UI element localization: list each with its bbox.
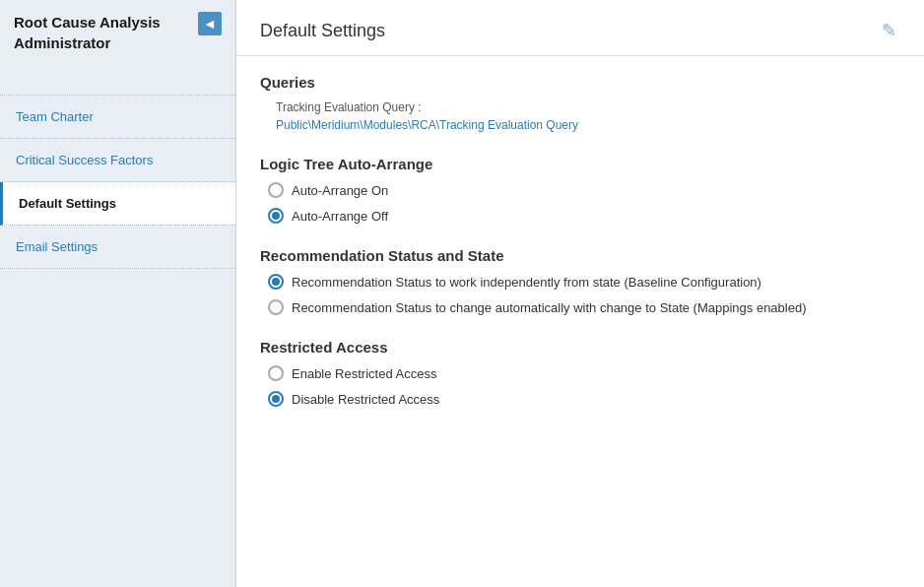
rec-baseline-item[interactable]: Recommendation Status to work independen… (268, 274, 900, 290)
queries-section: Queries Tracking Evaluation Query : Publ… (260, 74, 900, 132)
pencil-icon: ✎ (882, 21, 896, 40)
sidebar-title: Root Cause Analysis Administrator (14, 12, 190, 53)
rec-mappings-highlight2: change (600, 300, 642, 315)
rec-baseline-text-before: Recommendation Status to work independen… (292, 275, 628, 290)
main-content: Default Settings ✎ Queries Tracking Eval… (236, 0, 924, 587)
rec-mappings-item[interactable]: Recommendation Status to change automati… (268, 299, 900, 315)
sidebar: Root Cause Analysis Administrator ◄ Team… (0, 0, 236, 587)
auto-arrange-on-radio[interactable] (268, 182, 284, 198)
rec-mappings-text3: to State (Mappings enabled) (642, 300, 807, 315)
rec-mappings-text2: automatically with (492, 300, 600, 315)
enable-restricted-item[interactable]: Enable Restricted Access (268, 365, 900, 381)
recommendation-section: Recommendation Status and State Recommen… (260, 247, 900, 315)
disable-restricted-label: Disable Restricted Access (292, 392, 439, 407)
sidebar-item-email-settings[interactable]: Email Settings (0, 226, 235, 269)
tracking-label: Tracking Evaluation Query : (276, 100, 900, 114)
rec-mappings-radio[interactable] (268, 299, 284, 315)
recommendation-radio-group: Recommendation Status to work independen… (268, 274, 900, 315)
sidebar-item-critical-success-factors[interactable]: Critical Success Factors (0, 139, 235, 182)
logic-tree-section: Logic Tree Auto-Arrange Auto-Arrange On … (260, 156, 900, 224)
rec-baseline-highlight: Baseline Configuration (628, 275, 758, 290)
rec-baseline-text-after: ) (758, 275, 761, 290)
disable-restricted-item[interactable]: Disable Restricted Access (268, 391, 900, 407)
sidebar-header: Root Cause Analysis Administrator ◄ (0, 0, 235, 96)
auto-arrange-off-radio[interactable] (268, 208, 284, 224)
queries-title: Queries (260, 74, 900, 91)
auto-arrange-off-item[interactable]: Auto-Arrange Off (268, 208, 900, 224)
sidebar-item-label: Team Charter (16, 109, 94, 124)
page-title: Default Settings (260, 21, 385, 41)
sidebar-item-default-settings[interactable]: Default Settings (0, 182, 235, 226)
rec-mappings-label: Recommendation Status to change automati… (292, 300, 807, 315)
edit-button[interactable]: ✎ (878, 18, 900, 43)
rec-mappings-highlight1: change (449, 300, 492, 315)
restricted-access-title: Restricted Access (260, 339, 900, 356)
disable-restricted-radio[interactable] (268, 391, 284, 407)
sidebar-item-label: Email Settings (16, 239, 98, 254)
logic-tree-title: Logic Tree Auto-Arrange (260, 156, 900, 172)
content-header: Default Settings ✎ (236, 0, 924, 56)
sidebar-item-team-charter[interactable]: Team Charter (0, 96, 235, 139)
enable-restricted-label: Enable Restricted Access (292, 366, 436, 381)
sidebar-item-label: Default Settings (19, 196, 116, 211)
sidebar-collapse-button[interactable]: ◄ (198, 12, 222, 35)
rec-baseline-radio[interactable] (268, 274, 284, 290)
restricted-access-section: Restricted Access Enable Restricted Acce… (260, 339, 900, 407)
rec-baseline-label: Recommendation Status to work independen… (292, 275, 761, 290)
tracking-value: Public\Meridium\Modules\RCA\Tracking Eva… (276, 118, 900, 132)
restricted-access-radio-group: Enable Restricted Access Disable Restric… (268, 365, 900, 407)
recommendation-title: Recommendation Status and State (260, 247, 900, 264)
rec-mappings-text1: Recommendation Status to (292, 300, 449, 315)
enable-restricted-radio[interactable] (268, 365, 284, 381)
logic-tree-radio-group: Auto-Arrange On Auto-Arrange Off (268, 182, 900, 224)
auto-arrange-on-item[interactable]: Auto-Arrange On (268, 182, 900, 198)
auto-arrange-on-label: Auto-Arrange On (292, 183, 388, 198)
content-body: Queries Tracking Evaluation Query : Publ… (236, 56, 924, 448)
auto-arrange-off-label: Auto-Arrange Off (292, 209, 388, 224)
sidebar-item-label: Critical Success Factors (16, 153, 153, 167)
